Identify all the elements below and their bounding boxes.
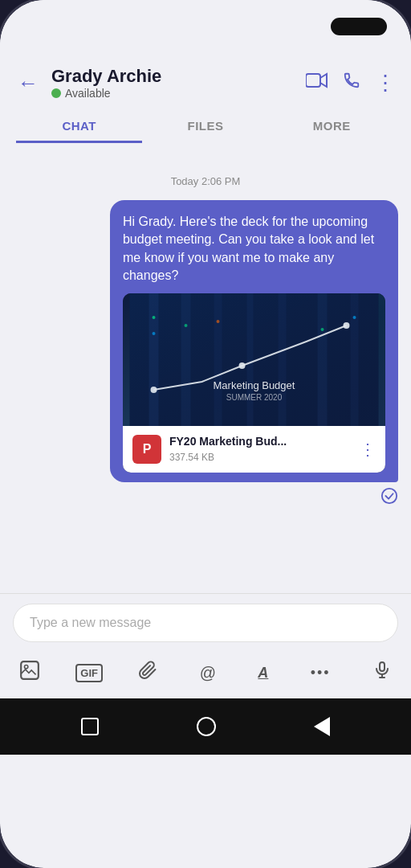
attachment-preview: Marketing Budget SUMMER 2020 <box>123 293 385 426</box>
svg-rect-22 <box>380 662 385 671</box>
attachment-card[interactable]: Marketing Budget SUMMER 2020 P FY20 Mark… <box>123 293 385 473</box>
image-icon[interactable] <box>13 657 47 689</box>
header-actions: ⋮ <box>306 71 397 96</box>
phone-screen: ← Grady Archie Available <box>0 0 411 868</box>
mic-icon[interactable] <box>366 657 398 688</box>
status-dot-icon <box>51 88 61 98</box>
attachment-filename: FY20 Marketing Bud... <box>169 434 352 450</box>
message-read-receipt <box>59 487 398 509</box>
preview-chart-svg <box>123 293 385 426</box>
status-bar <box>0 0 411 56</box>
more-options-icon[interactable]: ⋮ <box>375 71 397 96</box>
svg-rect-18 <box>129 293 378 426</box>
attachment-more-button[interactable]: ⋮ <box>360 438 376 461</box>
phone-frame: ← Grady Archie Available <box>0 0 411 868</box>
phone-call-icon[interactable] <box>343 72 360 94</box>
svg-point-19 <box>382 489 397 503</box>
chat-area: Today 2:06 PM Hi Grady. Here's the deck … <box>0 143 411 593</box>
nav-triangle-icon[interactable] <box>314 717 330 736</box>
attachment-footer: P FY20 Marketing Bud... 337.54 KB ⋮ <box>123 426 385 473</box>
contact-name: Grady Archie <box>51 66 296 87</box>
attachment-icon[interactable] <box>132 657 164 688</box>
message-input[interactable]: Type a new message <box>13 604 398 642</box>
outgoing-message-bubble: Hi Grady. Here's the deck for the upcomi… <box>110 200 398 482</box>
tab-files[interactable]: FILES <box>142 108 268 143</box>
video-call-icon[interactable] <box>306 72 328 93</box>
contact-info: Grady Archie Available <box>51 66 296 100</box>
nav-square-icon[interactable] <box>81 718 99 735</box>
tab-more[interactable]: MORE <box>269 108 395 143</box>
message-input-area: Type a new message <box>0 593 411 650</box>
back-button[interactable]: ← <box>14 68 42 99</box>
nav-circle-icon[interactable] <box>197 717 216 736</box>
mention-icon[interactable]: @ <box>193 661 222 686</box>
bottom-nav <box>0 698 411 755</box>
camera-pill <box>331 18 387 35</box>
svg-rect-0 <box>306 74 320 87</box>
preview-subtitle-text: SUMMER 2020 <box>226 392 282 403</box>
attachment-info: FY20 Marketing Bud... 337.54 KB <box>169 434 352 465</box>
tab-chat[interactable]: CHAT <box>16 108 142 143</box>
toolbar: GIF @ A ••• <box>0 650 411 698</box>
status-text: Available <box>65 87 111 100</box>
format-text-icon[interactable]: A <box>251 661 275 685</box>
attachment-filesize: 337.54 KB <box>169 451 352 465</box>
gif-icon[interactable]: GIF <box>75 664 103 682</box>
more-toolbar-icon[interactable]: ••• <box>304 661 337 685</box>
message-container: Hi Grady. Here's the deck for the upcomi… <box>59 200 398 509</box>
tabs-bar: CHAT FILES MORE <box>0 108 411 143</box>
message-text: Hi Grady. Here's the deck for the upcomi… <box>123 215 374 282</box>
header: ← Grady Archie Available <box>0 56 411 100</box>
powerpoint-icon: P <box>132 435 161 464</box>
svg-point-21 <box>25 665 28 669</box>
message-timestamp: Today 2:06 PM <box>13 175 398 187</box>
contact-status: Available <box>51 87 296 100</box>
